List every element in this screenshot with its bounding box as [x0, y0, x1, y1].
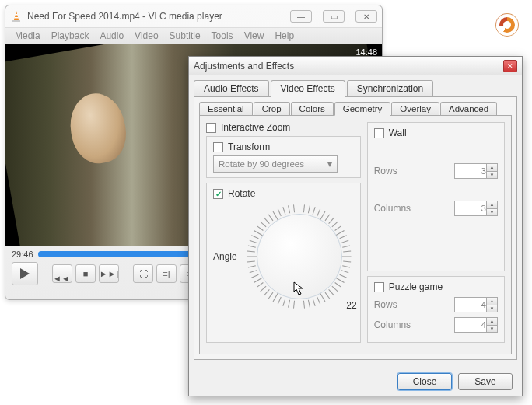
rotate-label: Rotate — [228, 188, 255, 199]
close-button[interactable]: Close — [397, 373, 452, 390]
elapsed-time[interactable]: 29:46 — [12, 250, 33, 259]
menu-subtitle[interactable]: Subtitle — [170, 30, 201, 41]
dialog-close-button[interactable]: ✕ — [503, 60, 517, 72]
subtab-essential[interactable]: Essential — [199, 102, 253, 115]
puzzle-rows-label: Rows — [374, 299, 397, 310]
subtab-crop[interactable]: Crop — [254, 102, 290, 115]
wall-label: Wall — [389, 127, 407, 138]
prev-button[interactable]: |◄◄ — [52, 264, 72, 283]
close-button[interactable]: ✕ — [355, 10, 377, 23]
dialog-title: Adjustments and Effects — [194, 61, 294, 72]
svg-marker-0 — [14, 11, 19, 20]
window-title: Need For Speed 2014.mp4 - VLC media play… — [27, 11, 222, 22]
titlebar[interactable]: Need For Speed 2014.mp4 - VLC media play… — [5, 5, 382, 27]
puzzle-cols-label: Columns — [374, 319, 411, 330]
save-button[interactable]: Save — [458, 373, 513, 390]
checkbox-icon: ✔ — [213, 189, 223, 199]
menu-playback[interactable]: Playback — [51, 30, 89, 41]
subtab-advanced[interactable]: Advanced — [440, 102, 497, 115]
checkbox-icon — [206, 123, 216, 133]
rotate-checkbox[interactable]: ✔ Rotate — [213, 188, 354, 199]
tab-audio-effects[interactable]: Audio Effects — [194, 80, 269, 96]
decorative-circle-icon — [496, 14, 518, 36]
wall-cols-label: Columns — [374, 203, 411, 214]
wall-rows-spinner[interactable]: 3▲▼ — [454, 163, 498, 179]
ext-settings-button[interactable]: ≡| — [156, 264, 177, 283]
interactive-zoom-checkbox[interactable]: Interactive Zoom — [206, 122, 361, 133]
play-button[interactable] — [12, 262, 38, 285]
svg-rect-3 — [15, 17, 19, 19]
svg-rect-2 — [15, 14, 18, 16]
angle-value: 22 — [346, 300, 356, 311]
minimize-button[interactable]: — — [290, 10, 312, 23]
subtab-overlay[interactable]: Overlay — [391, 102, 439, 115]
angle-dial[interactable]: 22 — [245, 202, 354, 311]
maximize-button[interactable]: ▭ — [323, 10, 345, 23]
interactive-zoom-label: Interactive Zoom — [221, 122, 290, 133]
effects-dialog: Adjustments and Effects ✕ Audio Effects … — [188, 56, 523, 396]
dialog-titlebar[interactable]: Adjustments and Effects ✕ — [189, 57, 522, 75]
next-button[interactable]: ►►| — [99, 264, 119, 283]
cursor-icon — [293, 281, 306, 297]
transform-checkbox[interactable]: Transform — [213, 141, 354, 152]
puzzle-label: Puzzle game — [389, 281, 443, 292]
subtab-colors[interactable]: Colors — [291, 102, 334, 115]
checkbox-icon — [374, 282, 384, 292]
svg-rect-1 — [12, 20, 20, 22]
wall-rows-label: Rows — [374, 166, 397, 176]
chevron-down-icon: ▾ — [327, 159, 332, 169]
wall-cols-spinner[interactable]: 3▲▼ — [454, 201, 498, 216]
puzzle-cols-spinner[interactable]: 4▲▼ — [454, 317, 498, 333]
menu-help[interactable]: Help — [275, 30, 294, 41]
tab-video-effects[interactable]: Video Effects — [271, 80, 345, 97]
puzzle-checkbox[interactable]: Puzzle game — [374, 281, 498, 292]
stop-button[interactable]: ■ — [75, 264, 96, 283]
transform-option: Rotate by 90 degrees — [219, 159, 304, 169]
video-effects-subtabs: Essential Crop Colors Geometry Overlay A… — [199, 102, 512, 115]
menu-bar: Media Playback Audio Video Subtitle Tool… — [5, 27, 382, 44]
vlc-cone-icon — [10, 10, 23, 23]
subtab-geometry[interactable]: Geometry — [334, 102, 391, 116]
checkbox-icon — [374, 128, 384, 138]
tab-synchronization[interactable]: Synchronization — [347, 80, 433, 96]
checkbox-icon — [213, 142, 223, 152]
fullscreen-button[interactable]: ⛶ — [133, 264, 153, 283]
svg-marker-4 — [20, 268, 30, 279]
menu-audio[interactable]: Audio — [100, 30, 124, 41]
menu-media[interactable]: Media — [15, 30, 40, 41]
menu-video[interactable]: Video — [135, 30, 158, 41]
menu-view[interactable]: View — [244, 30, 264, 41]
wall-checkbox[interactable]: Wall — [374, 127, 498, 138]
angle-label: Angle — [213, 251, 237, 262]
transform-select[interactable]: Rotate by 90 degrees ▾ — [213, 155, 338, 173]
transform-label: Transform — [228, 141, 270, 152]
dialog-tabs: Audio Effects Video Effects Synchronizat… — [189, 75, 522, 96]
menu-tools[interactable]: Tools — [212, 30, 233, 41]
puzzle-rows-spinner[interactable]: 4▲▼ — [454, 297, 498, 312]
